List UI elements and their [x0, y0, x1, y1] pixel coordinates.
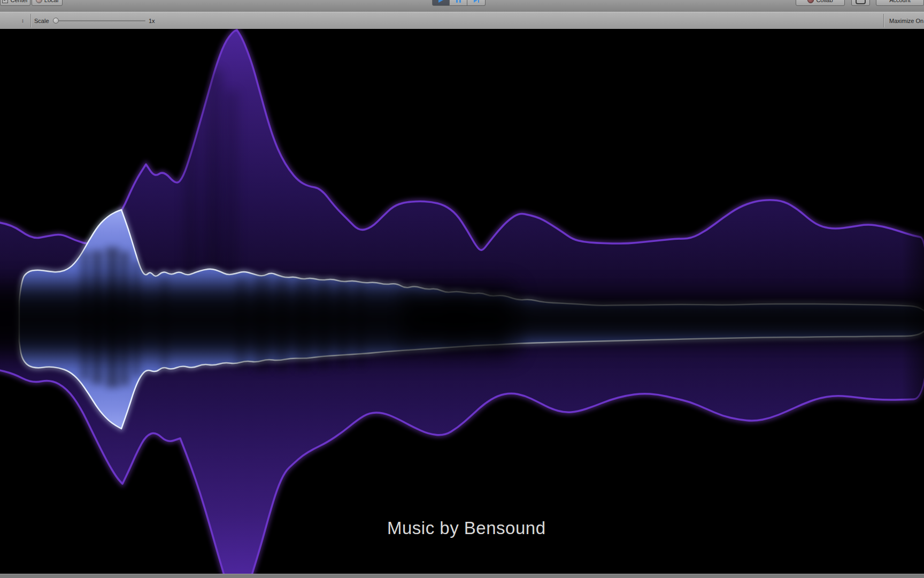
center-pivot-icon [2, 0, 8, 3]
step-button[interactable] [467, 0, 486, 6]
local-globe-icon [36, 0, 42, 3]
game-view-toolbar: ↕ Scale 1x Maximize On Play [0, 12, 924, 29]
collab-button[interactable]: Collab [796, 0, 845, 6]
credit-text: Music by Bensound [387, 518, 546, 538]
account-button[interactable]: Account [876, 0, 924, 6]
cloud-icon [856, 0, 866, 4]
scale-slider[interactable] [53, 12, 145, 29]
toolbar-divider-right [883, 14, 884, 27]
step-icon [474, 0, 479, 3]
window-bottom-strip [0, 574, 924, 578]
center-pivot-button[interactable]: Center [0, 0, 30, 6]
pause-button[interactable] [450, 0, 467, 6]
audio-waveform-visualization [0, 29, 924, 574]
scale-label: Scale [34, 12, 49, 29]
center-pivot-label: Center [10, 0, 28, 3]
main-toolbar: Center Local Collab Account [0, 0, 924, 12]
toolbar-divider [30, 14, 31, 27]
play-button[interactable] [432, 0, 450, 6]
local-rotation-button[interactable]: Local [32, 0, 63, 6]
scale-slider-handle[interactable] [53, 18, 59, 24]
local-rotation-label: Local [44, 0, 58, 3]
collab-label: Collab [816, 0, 833, 3]
display-dropdown-icon[interactable]: ↕ [21, 12, 24, 29]
collab-icon [807, 0, 814, 3]
game-view: Music by Bensound [0, 29, 924, 574]
pause-icon [456, 0, 461, 3]
right-edge-vignette [902, 29, 924, 574]
cloud-services-button[interactable] [851, 0, 870, 6]
account-label: Account [889, 0, 911, 3]
scale-slider-track[interactable] [53, 20, 145, 21]
play-icon [438, 0, 443, 3]
unity-editor-window: Center Local Collab Account ↕ Scale [0, 0, 924, 578]
scale-value: 1x [149, 12, 155, 29]
maximize-on-play-toggle[interactable]: Maximize On Play [889, 12, 924, 29]
